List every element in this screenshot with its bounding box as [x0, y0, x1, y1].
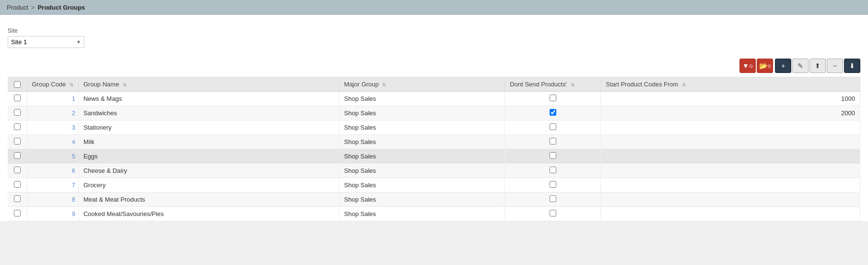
upload-button[interactable]: ⬆ — [809, 59, 826, 73]
row-checkbox[interactable] — [14, 123, 21, 130]
row-checkbox-cell — [8, 207, 27, 221]
row-start-codes — [601, 178, 860, 193]
filter-section: Site Site 1 Site 2 Site 3 ▼ — [8, 23, 860, 55]
row-checkbox[interactable] — [14, 210, 21, 217]
sort-icon-group-name: ⇅ — [123, 82, 127, 87]
upload-icon: ⬆ — [815, 62, 821, 70]
table-row: 9Cooked Meat/Savouries/PiesShop Sales — [8, 207, 860, 221]
row-start-codes — [601, 135, 860, 149]
row-major-group: Shop Sales — [339, 178, 505, 193]
row-dont-send — [505, 149, 601, 164]
col-header-start-codes: Start Product Codes From ⇅ — [601, 77, 860, 92]
breadcrumb-product[interactable]: Product — [7, 4, 28, 11]
filter-button[interactable]: ▼ ⊙ — [739, 59, 756, 73]
row-checkbox[interactable] — [14, 109, 21, 116]
row-major-group: Shop Sales — [339, 164, 505, 178]
table-row: 1News & MagsShop Sales1000 — [8, 92, 860, 106]
breadcrumb: Product > Product Groups — [0, 0, 868, 15]
row-checkbox[interactable] — [14, 138, 21, 145]
page-title: Product Groups — [37, 4, 85, 11]
add-icon: + — [781, 62, 785, 70]
dont-send-checkbox[interactable] — [550, 109, 556, 116]
site-select[interactable]: Site 1 Site 2 Site 3 — [11, 38, 76, 46]
download-button[interactable]: ⬇ — [844, 59, 860, 73]
row-group-code: 8 — [27, 193, 78, 207]
col-header-group-name: Group Name ⇅ — [78, 77, 339, 92]
action-toolbar-group: + ✎ ⬆ − ⬇ — [775, 59, 860, 73]
edit-button[interactable]: ✎ — [792, 59, 809, 73]
folder-icon: 📂 — [759, 62, 767, 70]
table-row: 6Cheese & DairyShop Sales — [8, 164, 860, 178]
dont-send-checkbox[interactable] — [550, 181, 556, 188]
col-header-major-group: Major Group ⇅ — [339, 77, 505, 92]
sort-icon-dont-send: ⇅ — [571, 82, 575, 87]
dropdown-arrow-icon: ▼ — [76, 39, 81, 45]
row-dont-send — [505, 92, 601, 106]
filter-icon: ▼ — [742, 62, 749, 70]
row-group-name: Cooked Meat/Savouries/Pies — [78, 207, 339, 221]
sort-icon-group-code: ⇅ — [70, 82, 73, 87]
row-start-codes — [601, 149, 860, 164]
row-checkbox[interactable] — [14, 152, 21, 159]
row-checkbox[interactable] — [14, 195, 21, 202]
open-button[interactable]: 📂 ⊙ — [757, 59, 773, 73]
table-row: 5EggsShop Sales — [8, 149, 860, 164]
breadcrumb-separator: > — [31, 4, 35, 11]
row-start-codes — [601, 164, 860, 178]
add-button[interactable]: + — [775, 59, 791, 73]
remove-button[interactable]: − — [827, 59, 843, 73]
dont-send-checkbox[interactable] — [550, 95, 556, 101]
select-all-checkbox[interactable] — [14, 81, 21, 88]
row-group-code: 7 — [27, 178, 78, 193]
edit-icon: ✎ — [798, 62, 803, 70]
main-content: Site Site 1 Site 2 Site 3 ▼ ▼ ⊙ 📂 ⊙ + — [0, 15, 868, 221]
table-row: 7GroceryShop Sales — [8, 178, 860, 193]
product-groups-table: Group Code ⇅ Group Name ⇅ Major Group ⇅ … — [8, 77, 860, 221]
row-checkbox-cell — [8, 193, 27, 207]
site-select-wrapper[interactable]: Site 1 Site 2 Site 3 ▼ — [8, 36, 84, 48]
row-group-code: 6 — [27, 164, 78, 178]
row-checkbox-cell — [8, 106, 27, 120]
col-header-group-code: Group Code ⇅ — [27, 77, 78, 92]
row-group-name: Eggs — [78, 149, 339, 164]
table-row: 8Meat & Meat ProductsShop Sales — [8, 193, 860, 207]
sort-icon-major-group: ⇅ — [382, 82, 386, 87]
row-major-group: Shop Sales — [339, 193, 505, 207]
dont-send-checkbox[interactable] — [550, 167, 556, 173]
row-checkbox[interactable] — [14, 167, 21, 173]
row-group-name: Grocery — [78, 178, 339, 193]
site-label: Site — [8, 27, 860, 34]
row-checkbox[interactable] — [14, 95, 21, 101]
row-major-group: Shop Sales — [339, 207, 505, 221]
row-group-code: 3 — [27, 120, 78, 135]
row-dont-send — [505, 178, 601, 193]
row-group-code: 2 — [27, 106, 78, 120]
row-dont-send — [505, 207, 601, 221]
open-circle-icon: ⊙ — [767, 63, 771, 69]
row-group-name: Sandwiches — [78, 106, 339, 120]
row-checkbox[interactable] — [14, 181, 21, 188]
table-row: 4MilkShop Sales — [8, 135, 860, 149]
table-wrapper: Group Code ⇅ Group Name ⇅ Major Group ⇅ … — [8, 77, 860, 221]
dont-send-checkbox[interactable] — [550, 195, 556, 202]
filter-circle-icon: ⊙ — [749, 63, 753, 69]
row-start-codes — [601, 120, 860, 135]
row-major-group: Shop Sales — [339, 135, 505, 149]
row-group-code: 4 — [27, 135, 78, 149]
table-row: 2SandwichesShop Sales2000 — [8, 106, 860, 120]
dont-send-checkbox[interactable] — [550, 152, 556, 159]
row-group-code: 5 — [27, 149, 78, 164]
row-major-group: Shop Sales — [339, 92, 505, 106]
row-group-name: Cheese & Dairy — [78, 164, 339, 178]
row-major-group: Shop Sales — [339, 149, 505, 164]
dont-send-checkbox[interactable] — [550, 138, 556, 145]
dont-send-checkbox[interactable] — [550, 210, 556, 217]
row-dont-send — [505, 120, 601, 135]
row-checkbox-cell — [8, 178, 27, 193]
dont-send-checkbox[interactable] — [550, 123, 556, 130]
row-start-codes: 1000 — [601, 92, 860, 106]
table-header-row: Group Code ⇅ Group Name ⇅ Major Group ⇅ … — [8, 77, 860, 92]
download-icon: ⬇ — [849, 62, 855, 70]
row-checkbox-cell — [8, 135, 27, 149]
row-start-codes: 2000 — [601, 106, 860, 120]
